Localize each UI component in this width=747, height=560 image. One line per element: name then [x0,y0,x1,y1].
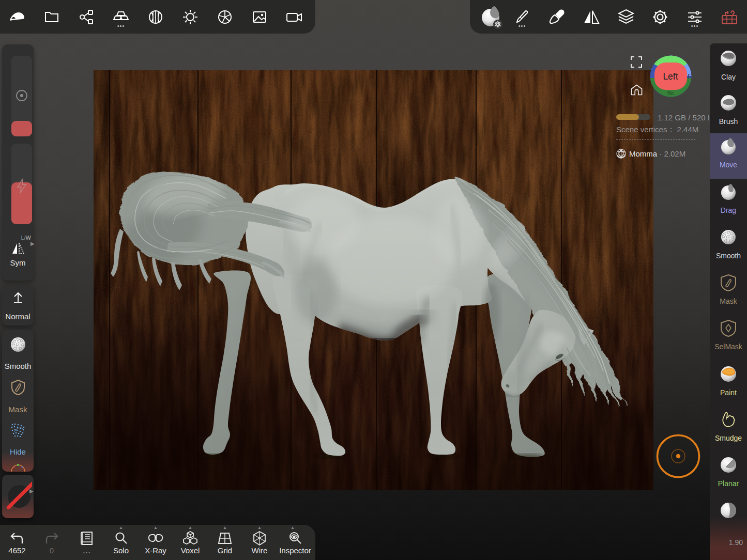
svg-text:Left: Left [663,71,678,82]
svg-text:Bo: Bo [667,90,674,96]
svg-text:F: F [688,72,692,80]
